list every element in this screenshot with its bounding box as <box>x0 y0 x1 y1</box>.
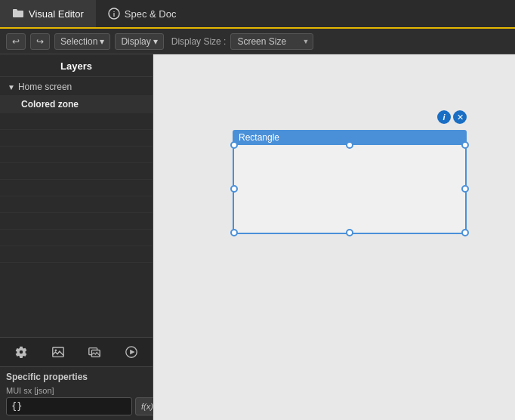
selection-label: Selection <box>60 36 97 47</box>
rect-top-actions: i ✕ <box>437 110 467 124</box>
handle-mid-right[interactable] <box>461 185 469 193</box>
rectangle-widget[interactable]: i ✕ Rectangle <box>233 130 467 236</box>
selection-chevron-icon: ▾ <box>100 36 104 47</box>
sidebar-icons <box>0 338 153 367</box>
layer-group-home-screen[interactable]: ▼ Home screen <box>0 77 153 95</box>
layer-empty-8 <box>0 230 153 246</box>
svg-marker-7 <box>130 350 134 354</box>
tab-visual-editor[interactable]: Visual Editor <box>0 0 96 27</box>
image-icon <box>51 345 65 359</box>
play-icon-button[interactable] <box>122 342 141 362</box>
layer-child-colored-zone[interactable]: Colored zone <box>0 95 153 113</box>
specific-properties-panel: Specific properties MUI sx [json] f(x) <box>0 367 153 420</box>
chevron-down-icon: ▼ <box>8 83 15 91</box>
mui-sx-input-row: f(x) <box>6 397 146 415</box>
rect-info-button[interactable]: i <box>437 110 451 124</box>
layer-empty-9 <box>0 246 153 263</box>
svg-text:i: i <box>113 11 115 18</box>
main-area: Layers ▼ Home screen Colored zone <box>0 54 515 420</box>
layer-child-label: Colored zone <box>21 99 79 110</box>
layer-empty-4 <box>0 163 153 180</box>
settings-icon <box>14 345 28 359</box>
handle-bottom-right[interactable] <box>461 229 469 236</box>
svg-rect-2 <box>53 347 63 357</box>
selection-dropdown[interactable]: Selection ▾ <box>54 33 110 50</box>
rect-delete-button[interactable]: ✕ <box>453 110 467 124</box>
handle-bottom-mid[interactable] <box>346 229 353 236</box>
svg-point-3 <box>54 349 57 351</box>
tab-bar: Visual Editor i Spec & Doc <box>0 0 515 29</box>
sidebar-bottom: Specific properties MUI sx [json] f(x) <box>0 337 153 420</box>
tab-visual-editor-label: Visual Editor <box>29 8 84 20</box>
display-size-label: Display Size : <box>171 36 227 47</box>
layer-empty-2 <box>0 130 153 147</box>
specific-props-title: Specific properties <box>6 372 146 382</box>
layer-empty-1 <box>0 113 153 130</box>
display-dropdown[interactable]: Display ▾ <box>115 33 163 50</box>
toolbar: ↩ ↪ Selection ▾ Display ▾ Display Size :… <box>0 29 515 54</box>
gallery-icon-button[interactable] <box>85 342 104 362</box>
handle-top-mid[interactable] <box>346 141 353 149</box>
rect-label: Rectangle <box>239 132 279 143</box>
info-icon: i <box>108 8 120 20</box>
play-icon <box>125 345 138 359</box>
handle-bottom-left[interactable] <box>230 229 238 236</box>
tab-spec-doc[interactable]: i Spec & Doc <box>96 0 189 27</box>
display-label: Display <box>121 36 150 47</box>
layer-group-label: Home screen <box>18 82 72 92</box>
handle-top-right[interactable] <box>461 141 469 149</box>
display-chevron-icon: ▾ <box>153 36 158 47</box>
layer-empty-5 <box>0 180 153 196</box>
mui-sx-input[interactable] <box>6 397 132 415</box>
layers-list: ▼ Home screen Colored zone <box>0 77 153 337</box>
gallery-icon <box>88 345 101 359</box>
handle-top-left[interactable] <box>230 141 238 149</box>
display-size-select[interactable]: Screen Size Mobile Tablet Desktop <box>230 33 313 50</box>
folder-icon <box>12 8 24 20</box>
display-size-wrapper: Screen Size Mobile Tablet Desktop <box>230 33 313 50</box>
canvas-area[interactable]: i ✕ Rectangle <box>153 54 515 420</box>
settings-icon-button[interactable] <box>11 342 31 362</box>
redo-button[interactable]: ↪ <box>30 33 50 50</box>
mui-sx-prop-row: MUI sx [json] f(x) <box>6 386 146 415</box>
tab-spec-doc-label: Spec & Doc <box>125 8 177 20</box>
delete-icon: ✕ <box>457 113 464 122</box>
layers-header: Layers <box>0 54 153 77</box>
layer-empty-7 <box>0 213 153 230</box>
mui-sx-label: MUI sx [json] <box>6 386 146 395</box>
undo-button[interactable]: ↩ <box>6 33 26 50</box>
layers-title: Layers <box>60 60 92 72</box>
rect-body[interactable] <box>233 145 467 234</box>
image-icon-button[interactable] <box>48 342 68 362</box>
layer-empty-6 <box>0 196 153 213</box>
layer-empty-3 <box>0 147 153 163</box>
handle-mid-left[interactable] <box>230 185 238 193</box>
sidebar: Layers ▼ Home screen Colored zone <box>0 54 153 420</box>
info-icon: i <box>443 113 445 122</box>
